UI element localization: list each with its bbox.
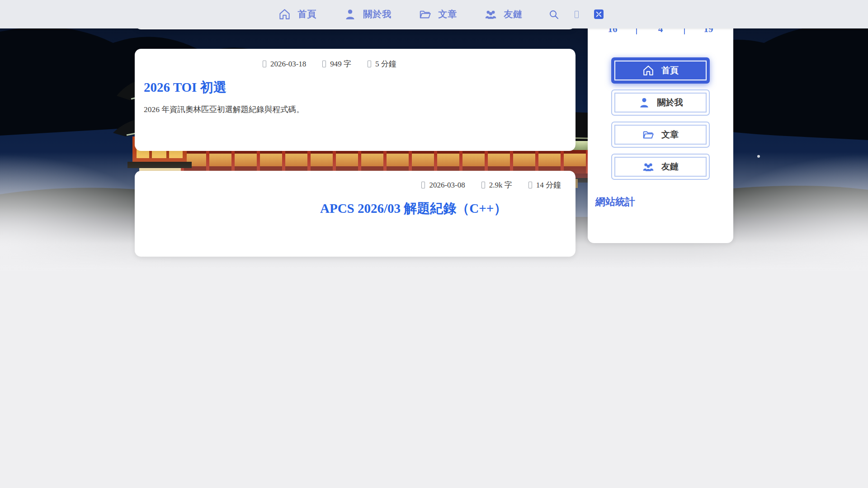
user-icon xyxy=(638,97,650,108)
users-icon xyxy=(642,161,654,173)
post-meta: 2026-03-18 949 字 5 分鐘 xyxy=(263,59,396,69)
post-excerpt: 2026 年資訊奧林匹亞初選解題紀錄與程式碼。 xyxy=(144,104,304,115)
readtime-icon xyxy=(528,182,532,188)
sidebar-nav-home[interactable]: 首頁 xyxy=(611,57,710,84)
wordcount-icon xyxy=(481,182,485,188)
post-date: 2026-03-18 xyxy=(270,60,306,69)
nav-item-about[interactable]: 關於我 xyxy=(330,8,406,20)
search-icon[interactable] xyxy=(548,9,559,20)
profile-sidebar: 郭10 文章 16 分類 4 標籤 19 首頁 xyxy=(588,0,733,243)
nav-label-home: 首頁 xyxy=(298,8,317,20)
nav-item-articles[interactable]: 文章 xyxy=(406,8,471,20)
sidebar-nav-friends[interactable]: 友鏈 xyxy=(611,154,710,180)
nav-tools xyxy=(548,9,604,20)
calendar-icon xyxy=(263,61,266,67)
page-content: 置頂 2025-12-10 998 字 3 分鐘 115 特殊選才 115 特殊… xyxy=(135,0,733,257)
wordcount-icon xyxy=(322,61,326,67)
sidebar-nav: 首頁 關於我 文章 友鏈 xyxy=(588,57,733,180)
home-icon xyxy=(278,8,291,20)
post-words: 2.9k 字 xyxy=(489,180,512,190)
nav-label-about: 關於我 xyxy=(363,8,392,20)
post-meta: 2026-03-08 2.9k 字 14 分鐘 xyxy=(421,180,561,190)
post-readtime: 14 分鐘 xyxy=(536,180,561,190)
sidebar-nav-articles[interactable]: 文章 xyxy=(611,122,710,148)
nav-item-friends[interactable]: 友鏈 xyxy=(471,8,537,20)
site-stats-heading: 網站統計 xyxy=(595,195,733,209)
post-readtime: 5 分鐘 xyxy=(375,59,396,69)
expand-icon[interactable] xyxy=(594,9,604,19)
folder-icon xyxy=(642,129,654,141)
post-title-link[interactable]: APCS 2026/03 解題紀錄（C++） xyxy=(320,200,507,218)
home-icon xyxy=(642,65,654,76)
readtime-icon xyxy=(368,61,371,67)
post-date: 2026-03-08 xyxy=(429,181,465,190)
post-words: 949 字 xyxy=(330,59,351,69)
sidebar-nav-about[interactable]: 關於我 xyxy=(611,89,710,116)
users-icon xyxy=(485,8,497,20)
post-title-link[interactable]: 2026 TOI 初選 xyxy=(144,79,226,97)
nav-item-home[interactable]: 首頁 xyxy=(265,8,330,20)
user-icon xyxy=(344,8,356,20)
folder-icon xyxy=(419,8,431,20)
calendar-icon xyxy=(421,182,425,188)
theme-toggle-icon[interactable] xyxy=(575,11,579,18)
post-card: 2026-03-08 2.9k 字 14 分鐘 APCS 2026/03 解題紀… xyxy=(135,171,576,257)
post-list: 置頂 2025-12-10 998 字 3 分鐘 115 特殊選才 115 特殊… xyxy=(135,0,576,257)
nav-label-links: 文章 xyxy=(439,8,458,20)
top-navbar: 首頁 關於我 文章 友鏈 xyxy=(0,0,868,28)
nav-label-friends: 友鏈 xyxy=(504,8,523,20)
post-card: 2026-03-18 949 字 5 分鐘 2026 TOI 初選 2026 年… xyxy=(135,49,576,151)
